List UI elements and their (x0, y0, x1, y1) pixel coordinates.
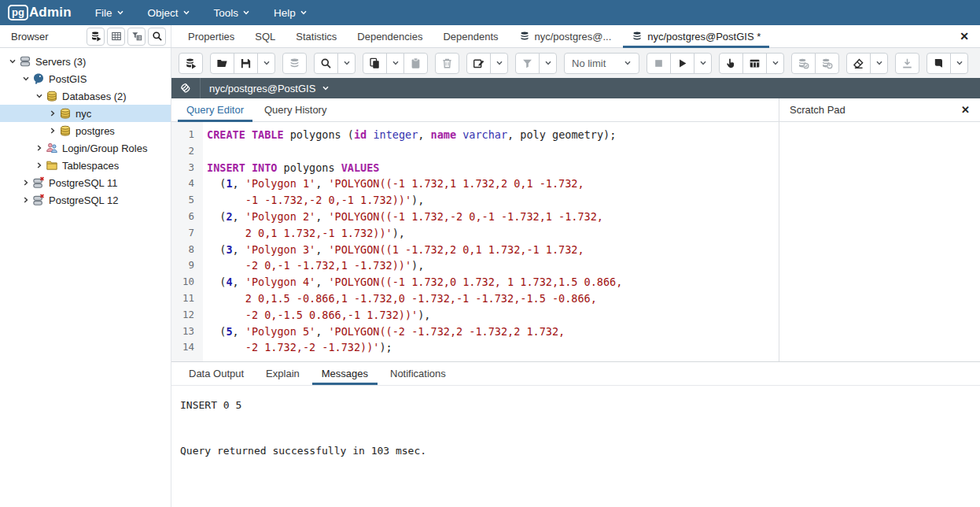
toolbar-group (647, 53, 712, 74)
tree-item-databases-2-[interactable]: Databases (2) (0, 87, 171, 105)
tree-item-postgis[interactable]: PostGIS (0, 70, 171, 87)
close-icon[interactable]: ✕ (960, 30, 969, 43)
paste-button[interactable] (403, 53, 428, 74)
code-line: 2 0,1.5 -0.866,1 -1.732,0 -1.732,-1 -1.7… (207, 291, 779, 307)
expand-icon[interactable] (20, 179, 31, 187)
explain-button[interactable] (719, 53, 743, 74)
filter-options-button[interactable] (539, 53, 557, 74)
explain-analyze-button[interactable] (742, 53, 767, 74)
browser-filtered-rows-button[interactable] (127, 28, 146, 46)
save-options-button[interactable] (257, 53, 275, 74)
rollback-button[interactable] (815, 53, 839, 74)
macro-options-button[interactable] (950, 53, 968, 74)
tree-item-servers-3-[interactable]: Servers (3) (0, 53, 171, 70)
copy-button[interactable] (363, 53, 387, 74)
tree-item-postgresql-11[interactable]: PostgreSQL 11 (0, 174, 171, 191)
expand-icon[interactable] (20, 196, 31, 204)
execute-options-button[interactable] (694, 53, 712, 74)
new-query-tool-button[interactable] (179, 53, 203, 74)
scratch-pad-close-icon[interactable]: ✕ (961, 104, 970, 116)
tab-label: nyc/postgres@PostGIS * (647, 31, 761, 43)
sql-code[interactable]: CREATE TABLE polygons (id integer, name … (203, 122, 779, 361)
pgadmin-logo[interactable]: pg Admin (8, 5, 72, 20)
expand-icon[interactable] (46, 109, 58, 117)
connection-status-icon[interactable] (171, 78, 201, 98)
tab-dependencies[interactable]: Dependencies (347, 25, 433, 47)
server-group-icon (19, 55, 32, 68)
tab-dependents[interactable]: Dependents (433, 25, 508, 47)
delete-button[interactable] (435, 53, 459, 74)
tree-item-postgresql-12[interactable]: PostgreSQL 12 (0, 191, 171, 209)
tree-item-tablespaces[interactable]: Tablespaces (0, 157, 171, 174)
clear-button[interactable] (846, 53, 871, 74)
menu-label: File (95, 7, 112, 19)
tree-item-nyc[interactable]: nyc (0, 105, 171, 122)
tab-data-output[interactable]: Data Output (178, 362, 255, 385)
roles-icon (46, 142, 59, 154)
open-file-button[interactable] (210, 53, 234, 74)
explain-options-button[interactable] (766, 53, 784, 74)
cancel-query-button[interactable] (647, 53, 671, 74)
toolbar-group (846, 53, 888, 74)
save-data-changes-button[interactable] (282, 53, 307, 74)
chevron-down-icon (116, 9, 124, 17)
download-button[interactable] (895, 53, 919, 74)
tree-item-label: nyc (76, 108, 91, 120)
edit-button[interactable] (466, 53, 491, 74)
code-line: (2, 'Polygon 2', 'POLYGON((-1 1.732,-2 0… (207, 209, 779, 225)
tab-properties[interactable]: Properties (178, 25, 245, 47)
filter-icon (521, 57, 533, 69)
filter-button[interactable] (515, 53, 540, 74)
tab-nyc-postgres-postgis-[interactable]: nyc/postgres@PostGIS * (621, 25, 771, 47)
expand-icon[interactable] (33, 161, 45, 169)
browser-query-tool-button[interactable] (87, 28, 105, 46)
line-number: 3 (171, 160, 194, 176)
collapse-icon[interactable] (6, 57, 18, 65)
tab-statistics[interactable]: Statistics (286, 25, 347, 47)
expand-icon[interactable] (46, 127, 58, 135)
menu-help[interactable]: Help (274, 7, 308, 19)
line-number: 5 (171, 192, 194, 209)
edit-options-button[interactable] (490, 53, 508, 74)
connection-selector[interactable]: nyc/postgres@PostGIS (209, 83, 330, 94)
copy-options-button[interactable] (386, 53, 404, 74)
scratch-pad-area[interactable] (779, 122, 980, 361)
execute-button[interactable] (670, 53, 694, 74)
find-options-button[interactable] (337, 53, 356, 74)
menu-tools[interactable]: Tools (214, 7, 251, 19)
tab-nyc-postgres-[interactable]: nyc/postgres@... (509, 25, 622, 47)
browser-title: Browser (11, 31, 84, 43)
collapse-icon[interactable] (33, 92, 45, 100)
find-button[interactable] (314, 53, 338, 74)
line-number: 11 (171, 291, 194, 307)
sql-editor[interactable]: 1234567891011121314 CREATE TABLE polygon… (171, 122, 779, 361)
tree-item-label: Tablespaces (62, 160, 119, 172)
menu-file[interactable]: File (95, 7, 124, 19)
tab-explain[interactable]: Explain (255, 362, 311, 385)
collapse-icon[interactable] (20, 75, 31, 83)
browser-view-data-button[interactable] (107, 28, 125, 46)
clear-options-button[interactable] (870, 53, 888, 74)
tree-item-login-group-roles[interactable]: Login/Group Roles (0, 139, 171, 157)
query-editor-tabs: Query EditorQuery History (171, 98, 779, 121)
tab-query-editor[interactable]: Query Editor (176, 98, 254, 121)
editor-tab-row: Query EditorQuery History Scratch Pad ✕ (171, 98, 980, 122)
tab-notifications[interactable]: Notifications (379, 362, 457, 385)
tab-messages[interactable]: Messages (311, 362, 379, 385)
menu-object[interactable]: Object (148, 7, 190, 19)
tree-item-postgres[interactable]: postgres (0, 122, 171, 139)
tab-sql[interactable]: SQL (245, 25, 286, 47)
chevron-down-icon (322, 84, 330, 92)
browser-search-button[interactable] (148, 28, 166, 46)
download-icon (901, 57, 913, 69)
main-tab-bar: PropertiesSQLStatisticsDependenciesDepen… (171, 25, 980, 47)
commit-button[interactable] (791, 53, 816, 74)
object-tree: Servers (3)PostGISDatabases (2)nycpostgr… (0, 53, 171, 209)
expand-icon[interactable] (33, 144, 45, 152)
code-line: CREATE TABLE polygons (id integer, name … (207, 127, 779, 143)
row-limit-select[interactable]: No limit (564, 53, 639, 74)
macro-button[interactable] (927, 53, 951, 74)
tab-query-history[interactable]: Query History (254, 98, 337, 121)
tab-label: Data Output (189, 368, 244, 379)
save-file-button[interactable] (234, 53, 258, 74)
